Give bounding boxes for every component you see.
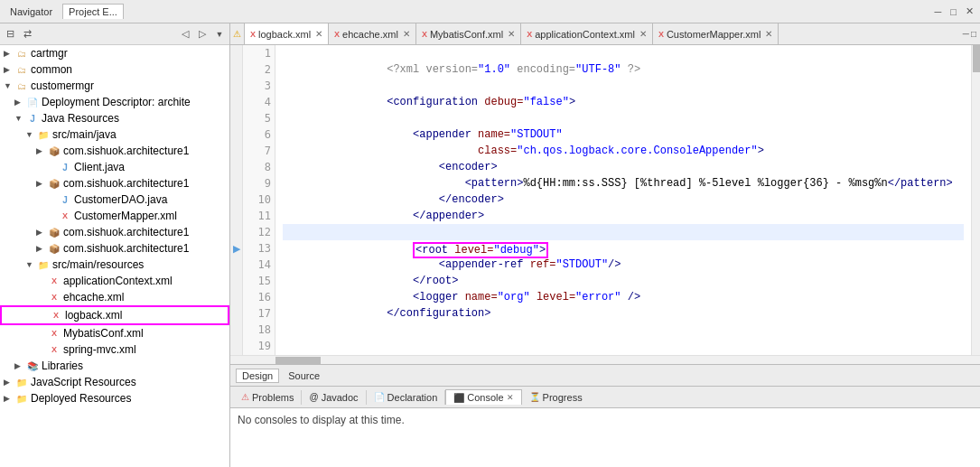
- declaration-icon: 📄: [374, 392, 385, 402]
- tab-close-button[interactable]: ✕: [403, 29, 410, 39]
- logback-xml-item[interactable]: X logback.xml: [0, 305, 229, 325]
- xml-icon: X: [47, 290, 61, 304]
- list-item[interactable]: J CustomerDAO.java: [0, 191, 229, 208]
- tree-label: common: [31, 63, 72, 76]
- tab-ehcache[interactable]: X ehcache.xml ✕: [329, 23, 416, 44]
- tree-label: Deployment Descriptor: archite: [42, 96, 191, 108]
- code-line: <appender name="STDOUT": [283, 110, 964, 126]
- xml-tab-icon: X: [658, 30, 664, 39]
- maximize-icon[interactable]: □: [947, 5, 959, 18]
- tree-arrow: ▶: [36, 146, 47, 155]
- tab-progress[interactable]: ⏳ Progress: [522, 390, 590, 405]
- tab-close-button[interactable]: ✕: [508, 29, 515, 39]
- xml-tab-icon: X: [527, 30, 532, 39]
- list-item[interactable]: X CustomerMapper.xml: [0, 208, 229, 224]
- list-item[interactable]: ▶ 📦 com.sishuok.architecture1: [0, 143, 229, 159]
- tree-toolbar: ⊟ ⇄ ◁ ▷ ▼: [0, 23, 229, 45]
- list-item[interactable]: ▼ 📁 src/main/resources: [0, 257, 229, 273]
- code-area[interactable]: <?xml version="1.0" encoding="UTF-8" ?> …: [275, 45, 971, 355]
- source-tab[interactable]: Source: [283, 369, 325, 382]
- list-item[interactable]: ▶ 🗂 cartmgr: [0, 45, 229, 61]
- tree-label: Client.java: [74, 161, 125, 173]
- list-item[interactable]: ▶ 📦 com.sishuok.architecture1: [0, 175, 229, 191]
- xml-tab-icon: X: [422, 30, 427, 39]
- tree-label: com.sishuok.architecture1: [63, 226, 189, 238]
- tree-arrow: ▶: [36, 244, 47, 253]
- tab-declaration[interactable]: 📄 Declaration: [367, 390, 446, 405]
- main-area: ⊟ ⇄ ◁ ▷ ▼ ▶ 🗂 cartmgr ▶: [0, 23, 980, 467]
- list-item[interactable]: ▼ 📁 src/main/java: [0, 126, 229, 143]
- tab-logback[interactable]: X logback.xml ✕: [245, 23, 329, 44]
- tab-problems[interactable]: ⚠ Problems: [234, 390, 302, 405]
- right-gutter: [971, 45, 980, 355]
- design-tab[interactable]: Design: [236, 369, 279, 383]
- tree-arrow: ▶: [4, 394, 14, 403]
- list-item[interactable]: ▼ J Java Resources: [0, 110, 229, 126]
- minimize-editor-icon[interactable]: ─: [963, 29, 969, 39]
- project-icon: 🗂: [14, 62, 29, 77]
- console-content: No consoles to display at this time.: [230, 408, 980, 467]
- project-icon: 🗂: [14, 79, 29, 93]
- navigator-tab[interactable]: Navigator: [4, 4, 59, 20]
- list-item[interactable]: ▶ 📁 JavaScript Resources: [0, 374, 229, 390]
- tab-appcontext[interactable]: X applicationContext.xml ✕: [521, 23, 653, 44]
- console-area: ⚠ Problems @ Javadoc 📄 Declaration ⬛ Con…: [230, 386, 980, 467]
- pkg-icon: 📦: [47, 241, 61, 256]
- close-icon[interactable]: ✕: [963, 5, 976, 18]
- tree-arrow: ▶: [4, 65, 14, 74]
- tab-label: Declaration: [387, 392, 438, 403]
- tab-label: Problems: [252, 392, 294, 403]
- list-item[interactable]: ▶ 📚 Libraries: [0, 358, 229, 374]
- list-item[interactable]: ▶ 📁 Deployed Resources: [0, 390, 229, 406]
- java-res-icon: J: [25, 111, 40, 126]
- list-item[interactable]: J Client.java: [0, 159, 229, 175]
- tab-close-button[interactable]: ✕: [639, 29, 647, 39]
- tab-mybatis[interactable]: X MybatisConf.xml ✕: [416, 23, 521, 44]
- lib-icon: 📚: [25, 359, 40, 373]
- link-editor-icon[interactable]: ⇄: [19, 26, 35, 42]
- tab-console[interactable]: ⬛ Console ✕: [445, 389, 521, 405]
- list-item[interactable]: ▶ 🗂 common: [0, 61, 229, 78]
- minimize-icon[interactable]: ─: [932, 5, 945, 18]
- tree-label: src/main/resources: [52, 258, 144, 271]
- console-tab-bar: ⚠ Problems @ Javadoc 📄 Declaration ⬛ Con…: [230, 387, 980, 408]
- xml-icon: X: [58, 209, 72, 223]
- deploy-icon: 📄: [25, 95, 40, 109]
- list-item[interactable]: ▼ 🗂 customermgr: [0, 78, 229, 94]
- editor-scroll[interactable]: ▶ 1 2 3: [230, 45, 980, 355]
- horizontal-scroll[interactable]: [230, 355, 980, 364]
- code-line-highlighted: <root level="debug">: [283, 224, 964, 240]
- project-icon: 🗂: [14, 46, 29, 61]
- list-item[interactable]: X ehcache.xml: [0, 289, 229, 305]
- code-line: [283, 338, 964, 354]
- list-item[interactable]: X applicationContext.xml: [0, 273, 229, 289]
- list-item[interactable]: X MybatisConf.xml: [0, 325, 229, 341]
- tree-label: com.sishuok.architecture1: [63, 242, 189, 255]
- project-explorer-tab[interactable]: Project E...: [62, 4, 124, 19]
- back-icon[interactable]: ◁: [177, 26, 193, 42]
- javadoc-icon: @: [309, 392, 318, 402]
- tree-label: cartmgr: [31, 47, 68, 60]
- console-message: No consoles to display at this time.: [238, 414, 405, 426]
- tree-arrow: ▼: [4, 81, 14, 90]
- tab-close-button[interactable]: ✕: [765, 29, 772, 39]
- pkg-icon: 📦: [47, 144, 61, 158]
- dropdown-icon[interactable]: ▼: [211, 26, 228, 42]
- list-item[interactable]: X spring-mvc.xml: [0, 341, 229, 358]
- left-panel: ⊟ ⇄ ◁ ▷ ▼ ▶ 🗂 cartmgr ▶: [0, 23, 230, 467]
- tab-close-button[interactable]: ✕: [315, 29, 322, 39]
- tab-label: MybatisConf.xml: [430, 29, 503, 40]
- tab-close-icon[interactable]: ✕: [507, 393, 514, 402]
- list-item[interactable]: ▶ 📦 com.sishuok.architecture1: [0, 240, 229, 257]
- tree-arrow: ▶: [14, 361, 25, 370]
- maximize-editor-icon[interactable]: □: [971, 29, 976, 39]
- tab-right-icons: ─ □: [959, 23, 980, 44]
- tab-javadoc[interactable]: @ Javadoc: [302, 390, 366, 405]
- tab-label: Console: [467, 392, 503, 403]
- tree-arrow: ▶: [4, 49, 14, 58]
- collapse-all-icon[interactable]: ⊟: [2, 26, 18, 42]
- list-item[interactable]: ▶ 📄 Deployment Descriptor: archite: [0, 94, 229, 110]
- tab-customermapper[interactable]: X CustomerMapper.xml ✕: [653, 23, 779, 44]
- list-item[interactable]: ▶ 📦 com.sishuok.architecture1: [0, 224, 229, 240]
- forward-icon[interactable]: ▷: [194, 26, 210, 42]
